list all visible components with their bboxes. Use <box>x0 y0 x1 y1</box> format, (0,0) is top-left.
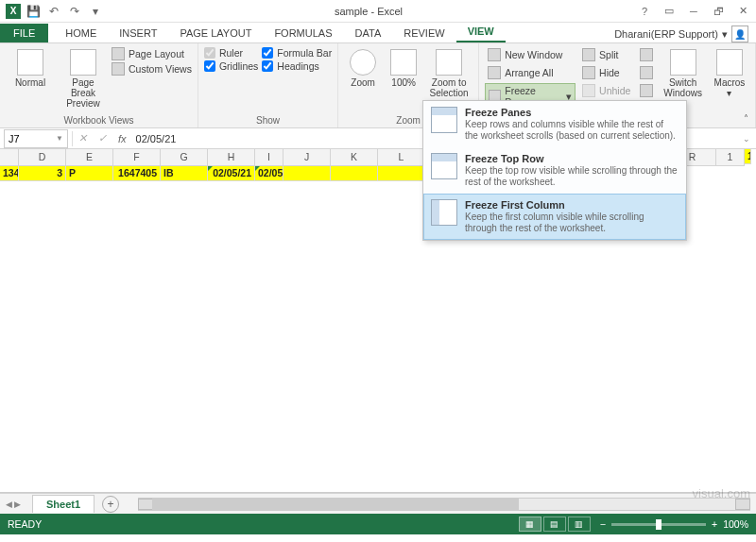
cell[interactable] <box>378 166 425 181</box>
cell[interactable]: 02/05/21 <box>208 166 255 181</box>
column-header[interactable]: J <box>284 149 331 166</box>
name-box[interactable]: J7▼ <box>4 129 68 148</box>
zoom-100-button[interactable]: 100% <box>386 47 421 90</box>
headings-checkbox[interactable]: Headings <box>262 60 332 72</box>
zoom-button[interactable]: Zoom <box>344 47 382 90</box>
tab-formulas[interactable]: FORMULAS <box>263 24 343 42</box>
column-header[interactable]: I <box>255 149 284 166</box>
column-header[interactable]: H <box>208 149 255 166</box>
close-icon[interactable]: ✕ <box>731 3 754 20</box>
freeze-first-column-icon <box>431 199 457 226</box>
chevron-down-icon: ▾ <box>722 28 728 41</box>
ribbon-tabs: FILE HOME INSERT PAGE LAYOUT FORMULAS DA… <box>0 23 756 43</box>
group-workbook-views: Normal Page Break Preview Page Layout Cu… <box>0 43 198 127</box>
fx-icon[interactable]: fx <box>112 133 132 144</box>
ribbon-display-icon[interactable]: ▭ <box>658 3 680 20</box>
excel-icon[interactable]: X <box>6 4 21 19</box>
qat-more-icon[interactable]: ▾ <box>87 3 104 20</box>
undo-icon[interactable]: ↶ <box>45 3 62 20</box>
select-all-corner[interactable] <box>0 149 19 166</box>
freeze-panes-icon <box>431 107 457 133</box>
horizontal-scrollbar[interactable] <box>138 498 750 511</box>
window-controls: ? ▭ ─ 🗗 ✕ <box>633 3 756 20</box>
row-header[interactable]: 1 <box>716 149 745 166</box>
cell[interactable] <box>284 166 331 181</box>
tab-data[interactable]: DATA <box>344 24 393 42</box>
tab-insert[interactable]: INSERT <box>108 24 168 42</box>
gridlines-checkbox[interactable]: Gridlines <box>204 60 258 72</box>
cell[interactable]: 1647405 <box>113 166 161 181</box>
view-shortcuts: ▦ ▤ ▥ <box>519 517 591 532</box>
collapse-ribbon-icon[interactable]: ˄ <box>744 113 748 124</box>
new-sheet-button[interactable]: + <box>102 496 119 513</box>
reset-window-button[interactable] <box>637 83 656 98</box>
quick-access-toolbar: X 💾 ↶ ↷ ▾ <box>0 3 104 20</box>
sync-scroll-button[interactable] <box>637 65 656 80</box>
help-icon[interactable]: ? <box>633 3 656 20</box>
chevron-down-icon: ▼ <box>56 134 63 143</box>
group-label: Workbook Views <box>6 113 192 127</box>
tab-file[interactable]: FILE <box>0 24 48 42</box>
pagebreak-preview-button[interactable]: Page Break Preview <box>59 47 108 110</box>
column-header[interactable]: E <box>66 149 113 166</box>
zoom-slider[interactable] <box>611 523 706 526</box>
zoom-level[interactable]: 100% <box>723 518 748 530</box>
redo-icon[interactable]: ↷ <box>66 3 83 20</box>
tab-page-layout[interactable]: PAGE LAYOUT <box>168 24 263 42</box>
group-show: Ruler Gridlines Formula Bar Headings Sho… <box>198 43 338 127</box>
cell[interactable]: 153 <box>745 149 751 164</box>
freeze-top-row-option[interactable]: Freeze Top RowKeep the top row visible w… <box>423 147 686 194</box>
user-name: Dharani(ERP Support) <box>614 28 718 40</box>
view-side-by-side-button[interactable] <box>637 47 656 62</box>
zoom-control[interactable]: − + 100% <box>600 518 748 530</box>
sheet-nav[interactable]: ◀▶ <box>0 500 26 509</box>
macros-button[interactable]: Macros ▾ <box>710 47 749 100</box>
tab-home[interactable]: HOME <box>54 24 108 42</box>
column-header[interactable]: G <box>161 149 208 166</box>
freeze-first-column-option[interactable]: Freeze First ColumnKeep the first column… <box>423 194 686 240</box>
user-area[interactable]: Dharani(ERP Support) ▾ 👤 <box>614 25 756 42</box>
normal-button[interactable]: Normal <box>6 47 55 90</box>
sheet-tab-bar: ◀▶ Sheet1 + <box>0 493 756 514</box>
cell[interactable] <box>331 166 378 181</box>
cell[interactable]: P <box>66 166 113 181</box>
group-label: Show <box>204 113 332 127</box>
tab-review[interactable]: REVIEW <box>392 24 455 42</box>
expand-formula-bar-icon[interactable]: ⌄ <box>737 134 756 144</box>
arrange-all-button[interactable]: Arrange All <box>485 65 576 80</box>
title-bar: X 💾 ↶ ↷ ▾ sample - Excel ? ▭ ─ 🗗 ✕ <box>0 0 756 23</box>
window-title: sample - Excel <box>104 6 633 17</box>
column-header[interactable]: F <box>113 149 161 166</box>
cell[interactable]: 02/05/21 <box>255 166 284 181</box>
enter-icon[interactable]: ✓ <box>93 132 112 144</box>
zoom-to-selection-button[interactable]: Zoom to Selection <box>425 47 472 100</box>
freeze-panes-option[interactable]: Freeze PanesKeep rows and columns visibl… <box>423 101 686 147</box>
normal-view-icon[interactable]: ▦ <box>519 517 541 532</box>
column-header[interactable]: L <box>378 149 425 166</box>
restore-icon[interactable]: 🗗 <box>707 3 730 20</box>
split-button[interactable]: Split <box>579 47 633 62</box>
unhide-button: Unhide <box>579 83 633 98</box>
page-layout-button[interactable]: Page Layout <box>112 47 192 60</box>
save-icon[interactable]: 💾 <box>25 3 42 20</box>
minimize-icon[interactable]: ─ <box>682 3 705 20</box>
cancel-icon[interactable]: ✕ <box>73 132 93 144</box>
new-window-button[interactable]: New Window <box>485 47 576 62</box>
cell[interactable]: 3 <box>19 166 66 181</box>
hide-button[interactable]: Hide <box>579 65 633 80</box>
zoom-out-icon[interactable]: − <box>600 518 606 530</box>
pagebreak-view-icon[interactable]: ▥ <box>568 517 591 532</box>
column-header[interactable]: K <box>331 149 378 166</box>
cell[interactable]: 134110 <box>0 166 19 181</box>
ruler-checkbox[interactable]: Ruler <box>204 47 258 59</box>
cell[interactable]: IB <box>161 166 208 181</box>
zoom-in-icon[interactable]: + <box>712 518 717 530</box>
custom-views-button[interactable]: Custom Views <box>112 62 192 76</box>
page-layout-view-icon[interactable]: ▤ <box>543 517 566 532</box>
formula-bar-checkbox[interactable]: Formula Bar <box>262 47 332 59</box>
tab-view[interactable]: VIEW <box>456 22 506 42</box>
status-bar: READY ▦ ▤ ▥ − + 100% <box>0 514 756 534</box>
sheet-tab[interactable]: Sheet1 <box>32 495 94 513</box>
column-header[interactable]: D <box>19 149 66 166</box>
freeze-top-row-icon <box>431 153 457 179</box>
